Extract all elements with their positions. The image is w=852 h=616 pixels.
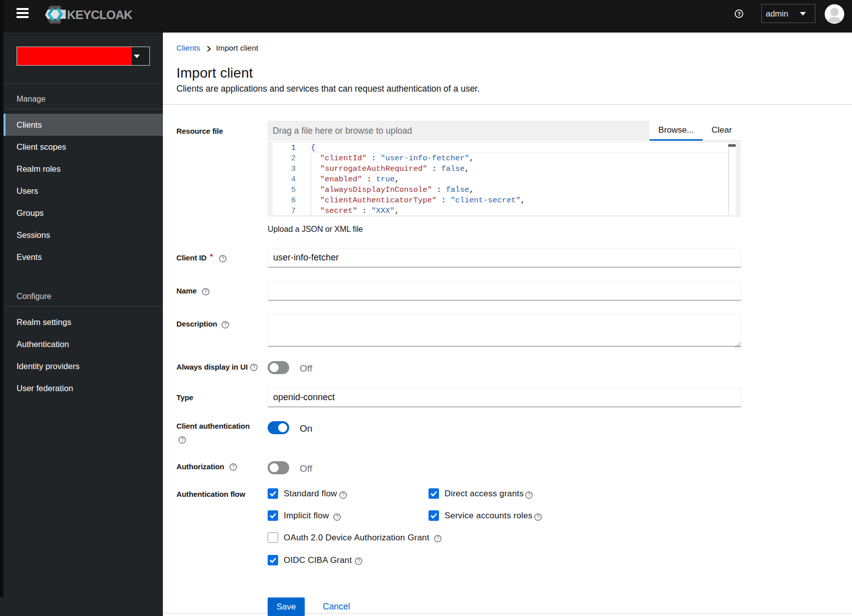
svg-text:?: ? bbox=[528, 492, 531, 498]
svg-text:?: ? bbox=[357, 558, 360, 564]
svg-text:?: ? bbox=[204, 289, 207, 294]
svg-text:?: ? bbox=[437, 536, 440, 541]
svg-text:?: ? bbox=[224, 322, 227, 328]
svg-text:?: ? bbox=[537, 514, 540, 520]
svg-text:?: ? bbox=[342, 492, 345, 498]
svg-text:?: ? bbox=[222, 256, 225, 261]
svg-text:?: ? bbox=[336, 514, 339, 520]
svg-text:?: ? bbox=[181, 437, 184, 443]
svg-text:?: ? bbox=[737, 11, 741, 17]
svg-text:?: ? bbox=[232, 464, 235, 470]
svg-text:KEYCLOAK: KEYCLOAK bbox=[67, 8, 133, 22]
svg-text:?: ? bbox=[253, 365, 256, 370]
